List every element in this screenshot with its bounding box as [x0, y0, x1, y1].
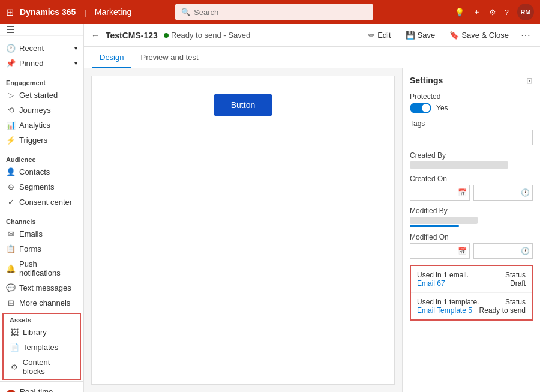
assets-header: Assets [4, 314, 80, 325]
sidebar-item-push-notifications[interactable]: 🔔 Push notifications [0, 256, 83, 280]
sidebar-label: More channels [19, 298, 70, 307]
canvas-demo-button[interactable]: Button [214, 94, 272, 116]
tags-input[interactable] [410, 130, 533, 145]
grid-icon[interactable]: ⊞ [6, 7, 14, 18]
sub-header-actions: ✏ Edit 💾 Save 🔖 Save & Close ⋯ [364, 27, 533, 43]
editor-settings: Button Settings ⊡ Protected Yes [84, 68, 540, 392]
created-by-field: Created By [410, 151, 533, 169]
settings-icon[interactable]: ⚙ [489, 8, 496, 17]
sidebar-bottom-item-realtime[interactable]: RM Real-time marketi... ▾ [0, 384, 83, 392]
back-button[interactable]: ← [91, 31, 100, 40]
journeys-icon: ⟲ [6, 106, 16, 115]
library-icon: 🖼 [10, 328, 19, 337]
sidebar-item-content-blocks[interactable]: ⚙ Content blocks [4, 355, 80, 379]
sidebar-item-more-channels[interactable]: ⊞ More channels [0, 295, 83, 310]
created-by-label: Created By [410, 151, 533, 160]
contacts-icon: 👤 [6, 167, 16, 176]
created-by-value [410, 161, 508, 169]
hamburger-icon[interactable]: ☰ [6, 24, 14, 35]
settings-collapse-button[interactable]: ⊡ [526, 76, 533, 85]
avatar[interactable]: RM [517, 4, 534, 20]
pin-icon: 📌 [6, 59, 16, 68]
sidebar-pinned-collapse[interactable]: 📌 Pinned ▾ [0, 56, 83, 71]
created-on-label: Created On [410, 175, 533, 183]
canvas-area: Button [84, 68, 402, 392]
search-input[interactable] [194, 8, 367, 17]
template-usage-status-label: Status [505, 298, 526, 306]
search-icon: 🔍 [181, 8, 190, 16]
analytics-icon: 📊 [6, 121, 16, 130]
modified-time-field[interactable]: 6:44 PM 🕐 [473, 243, 533, 259]
template-usage-status-value: Ready to send [479, 306, 526, 315]
templates-icon: 📄 [10, 343, 19, 352]
template-usage-link[interactable]: Email Template 5 [417, 306, 472, 315]
sidebar-label: Text messages [19, 283, 71, 292]
content-area: ← TestCMS-123 Ready to send - Saved ✏ Ed… [84, 24, 540, 392]
sidebar-item-emails[interactable]: ✉ Emails [0, 226, 83, 241]
engagement-header: Engagement [0, 77, 83, 88]
sidebar-bottom: RM Real-time marketi... ▾ [0, 381, 83, 392]
canvas-wrapper[interactable]: Button [91, 76, 395, 385]
modified-date-field[interactable]: 3/15/2023 📅 [410, 243, 470, 259]
sidebar-item-get-started[interactable]: ▷ Get started [0, 88, 83, 103]
lightbulb-icon[interactable]: 💡 [455, 8, 464, 17]
channels-header: Channels [0, 216, 83, 226]
sidebar-item-triggers[interactable]: ⚡ Triggers [0, 133, 83, 148]
save-button[interactable]: 💾 Save [401, 28, 440, 42]
search-box[interactable]: 🔍 [175, 4, 373, 20]
email-usage-status-label: Status [505, 271, 526, 279]
help-icon[interactable]: ? [505, 8, 509, 17]
email-usage-link[interactable]: Email 67 [417, 279, 445, 288]
sidebar-recent-collapse[interactable]: 🕐 Recent ▾ [0, 41, 83, 56]
tags-field: Tags [410, 119, 533, 145]
chevron-down-icon: ▾ [74, 60, 77, 67]
chevron-down-icon: ▾ [74, 45, 77, 52]
email-usage-item: Used in 1 email. Status Email 67 Draft [411, 266, 532, 293]
calendar-icon: 📅 [458, 188, 467, 197]
sidebar-label: Templates [23, 343, 58, 352]
kebab-menu-button[interactable]: ⋯ [518, 27, 533, 43]
sidebar-item-consent-center[interactable]: ✓ Consent center [0, 194, 83, 210]
recent-label: Recent [19, 44, 44, 53]
content-blocks-icon: ⚙ [10, 363, 19, 372]
sidebar-label: Forms [19, 244, 41, 253]
status-dot [164, 33, 169, 38]
template-usage-item: Used in 1 template. Status Email Templat… [411, 293, 532, 319]
sidebar-item-contacts[interactable]: 👤 Contacts [0, 164, 83, 179]
sidebar-item-library[interactable]: 🖼 Library [4, 325, 80, 340]
add-icon[interactable]: ＋ [473, 7, 481, 17]
sidebar-item-templates[interactable]: 📄 Templates [4, 340, 80, 355]
sidebar-label: Triggers [19, 136, 47, 145]
protected-toggle[interactable] [410, 103, 431, 113]
tab-preview-test[interactable]: Preview and test [133, 48, 205, 68]
sidebar-item-journeys[interactable]: ⟲ Journeys [0, 103, 83, 118]
engagement-section: Engagement ▷ Get started ⟲ Journeys 📊 An… [0, 72, 83, 149]
sidebar-item-forms[interactable]: 📋 Forms [0, 241, 83, 256]
toggle-thumb [422, 104, 430, 112]
sidebar-label: Analytics [19, 121, 50, 130]
created-date-field[interactable]: 3/15/2023 📅 [410, 185, 470, 201]
clock-icon: 🕐 [521, 188, 530, 197]
created-date-input[interactable]: 3/15/2023 [413, 188, 455, 197]
sub-header: ← TestCMS-123 Ready to send - Saved ✏ Ed… [84, 24, 540, 47]
status-indicator: Ready to send - Saved [164, 31, 250, 40]
audience-header: Audience [0, 154, 83, 164]
email-usage-status-value: Draft [510, 279, 526, 288]
save-icon: 💾 [406, 31, 415, 40]
modified-date-input[interactable]: 3/15/2023 [413, 247, 455, 255]
forms-icon: 📋 [6, 244, 16, 253]
modified-time-input[interactable]: 6:44 PM [476, 247, 519, 255]
sidebar-item-analytics[interactable]: 📊 Analytics [0, 118, 83, 133]
sidebar-item-segments[interactable]: ⊕ Segments [0, 179, 83, 194]
created-time-input[interactable]: 6:43 PM [476, 188, 519, 197]
created-time-field[interactable]: 6:43 PM 🕐 [473, 185, 533, 201]
push-notif-icon: 🔔 [6, 264, 16, 273]
triggers-icon: ⚡ [6, 136, 16, 145]
edit-button[interactable]: ✏ Edit [364, 28, 395, 42]
sidebar-item-text-messages[interactable]: 💬 Text messages [0, 280, 83, 295]
save-close-button[interactable]: 🔖 Save & Close [445, 28, 514, 42]
sidebar-label: Content blocks [23, 358, 74, 376]
template-usage-link-row: Email Template 5 Ready to send [417, 306, 526, 315]
sidebar-label: Segments [19, 182, 55, 191]
tab-design[interactable]: Design [92, 48, 131, 68]
